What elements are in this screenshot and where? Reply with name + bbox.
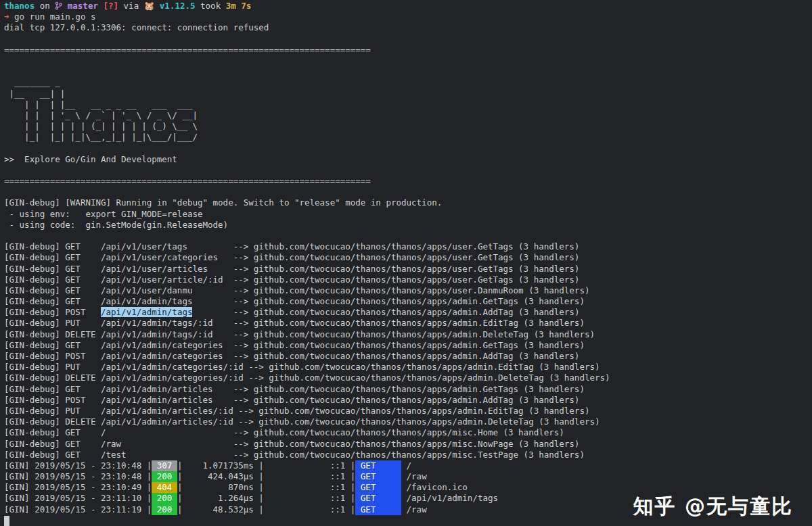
- cursor: [4, 516, 9, 526]
- request-log-line: [GIN] 2019/05/15 - 23:10:48 | 200 | 424.…: [4, 471, 812, 482]
- selected-text: /api/v1/admin/tags: [101, 307, 192, 317]
- go-version: v1.12.5: [154, 1, 195, 11]
- status-badge: 200: [152, 493, 177, 504]
- text-segment: via: [118, 1, 144, 11]
- text-segment: [GIN-debug] GET / --> github.com/twocuca…: [4, 427, 564, 437]
- request-log-line: [GIN] 2019/05/15 - 23:10:49 | 404 | 870n…: [4, 482, 812, 493]
- tagline-line: >> Explore Go/Gin And Development: [4, 154, 812, 165]
- text-segment: [GIN-debug] PUT /api/v1/admin/categories…: [4, 362, 600, 372]
- terminal-window[interactable]: thanos on master [?] via 🐹 v1.12.5 took …: [0, 0, 812, 526]
- method-badge: GET: [355, 460, 401, 471]
- ascii-art-line: | | | | | | (_| | | | | (_) \__ \: [4, 121, 812, 132]
- method-badge: GET: [355, 493, 401, 504]
- directory-name: thanos: [4, 1, 35, 11]
- text-segment: |__ __| |: [4, 89, 65, 99]
- text-segment: [GIN] 2019/05/15 - 23:11:10 |: [4, 493, 152, 503]
- ascii-art-line: |_| |_| |_|\__,_|_| |_|\___/|___/: [4, 132, 812, 143]
- route-line: [GIN-debug] GET /api/v1/admin/articles -…: [4, 384, 812, 395]
- route-line-selected: [GIN-debug] POST /api/v1/admin/tags --> …: [4, 307, 812, 318]
- watermark: 知乎 @无与童比: [633, 493, 793, 521]
- request-path: /favicon.ico: [401, 482, 468, 492]
- text-segment: [GIN-debug] DELETE /api/v1/admin/tags/:i…: [4, 329, 595, 339]
- prompt-arrow: ➜: [4, 11, 14, 22]
- gin-code-line: - using code: gin.SetMode(gin.ReleaseMod…: [4, 220, 812, 231]
- blank-line: [4, 231, 812, 241]
- text-segment: --> github.com/twocucao/thanos/thanos/ap…: [192, 307, 579, 317]
- blank-line: [4, 187, 812, 197]
- route-line: [GIN-debug] GET /test --> github.com/two…: [4, 450, 812, 460]
- text-segment: [GIN-debug] GET /api/v1/user/categories …: [4, 252, 579, 262]
- ascii-art-line: | | | |__ __ _ _ __ ___ ___: [4, 99, 812, 110]
- route-line: [GIN-debug] GET /api/v1/user/danmu --> g…: [4, 285, 812, 296]
- text-segment: |_| |_| |_|\__,_|_| |_|\___/|___/: [4, 132, 198, 142]
- text-segment: [GIN-debug] GET /api/v1/user/article/:id…: [4, 274, 579, 285]
- route-line: [GIN-debug] PUT /api/v1/admin/articles/:…: [4, 406, 812, 416]
- text-segment: - using env: export GIN_MODE=release: [4, 209, 203, 219]
- gin-warning-line: [GIN-debug] [WARNING] Running in "debug"…: [4, 197, 812, 208]
- text-segment: | 424.043µs | ::1 |: [177, 471, 355, 481]
- text-segment: [GIN-debug] GET /raw --> github.com/twoc…: [4, 439, 579, 449]
- terminal-output: thanos on master [?] via 🐹 v1.12.5 took …: [4, 1, 812, 526]
- request-log-line: [GIN] 2019/05/15 - 23:10:48 | 307 | 1.07…: [4, 460, 812, 471]
- text-segment: [GIN] 2019/05/15 - 23:11:19 |: [4, 504, 152, 515]
- git-status-indicator: [?]: [98, 1, 118, 11]
- blank-line: [4, 34, 812, 45]
- text-segment: [GIN-debug] GET /api/v1/admin/categories…: [4, 340, 585, 350]
- request-path: /raw: [401, 504, 427, 515]
- route-line: [GIN-debug] GET /api/v1/user/article/:id…: [4, 274, 812, 285]
- request-path: /: [401, 460, 411, 471]
- route-line: [GIN-debug] PUT /api/v1/admin/tags/:id -…: [4, 318, 812, 329]
- text-segment: [GIN-debug] GET /test --> github.com/two…: [4, 450, 585, 460]
- blank-line: [4, 143, 812, 153]
- prompt-line: thanos on master [?] via 🐹 v1.12.5 took …: [4, 1, 812, 11]
- status-badge: 307: [152, 460, 177, 471]
- text-segment: | 48.532µs | ::1 |: [177, 504, 355, 515]
- text-segment: | | | |__ __ _ _ __ ___ ___: [4, 99, 192, 110]
- separator-line: ========================================…: [4, 45, 812, 55]
- text-segment: [GIN-debug] PUT /api/v1/admin/tags/:id -…: [4, 318, 585, 328]
- text-segment: [GIN-debug] DELETE /api/v1/admin/article…: [4, 416, 600, 427]
- ascii-art-line: _______ _: [4, 77, 812, 88]
- route-line: [GIN-debug] GET /api/v1/admin/categories…: [4, 340, 812, 351]
- route-line: [GIN-debug] GET / --> github.com/twocuca…: [4, 427, 812, 438]
- request-path: /api/v1/admin/tags: [401, 493, 498, 503]
- route-line: [GIN-debug] GET /api/v1/user/articles --…: [4, 264, 812, 274]
- text-segment: | 1.071735ms | ::1 |: [177, 460, 355, 471]
- text-segment: [GIN-debug] GET /api/v1/user/danmu --> g…: [4, 285, 589, 295]
- text-segment: [GIN-debug] [WARNING] Running in "debug"…: [4, 197, 442, 208]
- error-line: dial tcp 127.0.0.1:3306: connect: connec…: [4, 22, 812, 33]
- request-path: /raw: [401, 471, 427, 481]
- gin-env-line: - using env: export GIN_MODE=release: [4, 209, 812, 220]
- method-badge: GET: [355, 471, 401, 482]
- text-segment: [GIN] 2019/05/15 - 23:10:48 |: [4, 460, 152, 471]
- text-segment: [GIN-debug] GET /api/v1/user/tags --> gi…: [4, 241, 579, 252]
- text-segment: [GIN-debug] POST /api/v1/admin/articles …: [4, 395, 579, 405]
- command-line: ➜ go run main.go s: [4, 11, 812, 22]
- blank-line: [4, 55, 812, 66]
- method-badge: GET: [355, 504, 401, 515]
- ascii-art-line: |__ __| |: [4, 89, 812, 99]
- text-segment: [GIN] 2019/05/15 - 23:10:48 |: [4, 471, 152, 481]
- text-segment: | | | '_ \ / _` | '_ \ / _ \/ __|: [4, 110, 198, 120]
- status-badge: 200: [152, 504, 177, 515]
- text-segment: [GIN-debug] POST /api/v1/admin/categorie…: [4, 351, 579, 361]
- route-line: [GIN-debug] DELETE /api/v1/admin/tags/:i…: [4, 329, 812, 340]
- route-line: [GIN-debug] DELETE /api/v1/admin/article…: [4, 416, 812, 427]
- status-badge: 200: [152, 471, 177, 482]
- text-segment: [GIN-debug] GET /api/v1/user/articles --…: [4, 264, 579, 274]
- text-segment: took: [196, 1, 226, 11]
- method-badge: GET: [355, 482, 401, 493]
- text-segment: - using code: gin.SetMode(gin.ReleaseMod…: [4, 220, 228, 230]
- route-line: [GIN-debug] DELETE /api/v1/admin/categor…: [4, 373, 812, 383]
- command-duration: 3m 7s: [226, 1, 252, 11]
- route-line: [GIN-debug] POST /api/v1/admin/articles …: [4, 395, 812, 406]
- text-segment: [GIN-debug] POST: [4, 307, 101, 317]
- blank-line: [4, 165, 812, 176]
- text-segment: [GIN] 2019/05/15 - 23:10:49 |: [4, 482, 152, 492]
- route-line: [GIN-debug] PUT /api/v1/admin/categories…: [4, 362, 812, 373]
- text-segment: dial tcp 127.0.0.1:3306: connect: connec…: [4, 22, 269, 32]
- text-segment: _______ _: [4, 77, 60, 87]
- command-text: go run main.go s: [14, 11, 95, 22]
- text-segment: >> Explore Go/Gin And Development: [4, 154, 177, 164]
- route-line: [GIN-debug] GET /api/v1/admin/tags --> g…: [4, 296, 812, 307]
